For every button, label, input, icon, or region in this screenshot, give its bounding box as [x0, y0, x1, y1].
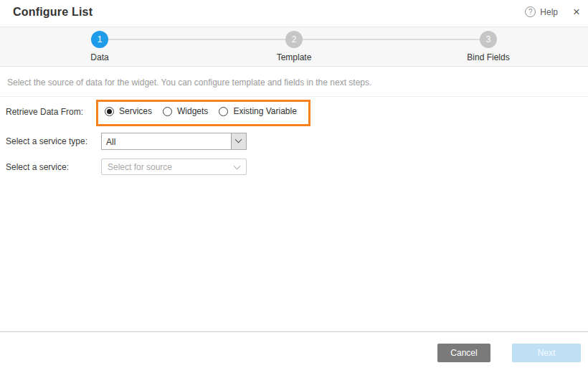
description-text: Select the source of data for the widget…	[7, 77, 371, 88]
dialog-footer: Cancel Next	[0, 331, 588, 373]
help-button[interactable]: ? Help	[525, 6, 558, 17]
radio-widgets-label: Widgets	[177, 106, 208, 116]
step-3-label[interactable]: Bind Fields	[438, 52, 539, 62]
radio-services[interactable]: Services	[105, 106, 152, 116]
page-title: Configure List	[13, 6, 93, 19]
service-combobox[interactable]: Select for source	[101, 159, 247, 175]
radio-unselected-icon	[219, 107, 228, 116]
service-type-select[interactable]: All	[101, 133, 247, 150]
cancel-button[interactable]: Cancel	[437, 344, 490, 362]
service-label: Select a service:	[6, 162, 69, 172]
radio-widgets[interactable]: Widgets	[163, 106, 208, 116]
radio-unselected-icon	[163, 107, 172, 116]
retrieve-data-radio-group: Services Widgets Existing Variable	[105, 106, 297, 116]
dialog-header: Configure List ? Help ×	[0, 0, 588, 27]
step-1-label[interactable]: Data	[49, 52, 150, 62]
service-type-selected-value: All	[106, 137, 115, 147]
select-dropdown-button[interactable]	[231, 133, 246, 149]
question-circle-icon: ?	[525, 6, 536, 17]
help-label: Help	[540, 7, 558, 17]
radio-services-label: Services	[119, 106, 152, 116]
service-type-label: Select a service type:	[6, 136, 87, 146]
step-3-circle[interactable]: 3	[480, 31, 497, 48]
chevron-down-icon	[235, 136, 242, 143]
retrieve-data-from-label: Retrieve Data From:	[6, 107, 83, 117]
step-2-label[interactable]: Template	[244, 52, 344, 62]
radio-existing-variable[interactable]: Existing Variable	[219, 106, 297, 116]
service-placeholder: Select for source	[108, 162, 172, 172]
radio-selected-icon	[105, 107, 114, 116]
step-1-circle[interactable]: 1	[91, 31, 108, 48]
close-icon[interactable]: ×	[573, 4, 580, 20]
chevron-down-icon	[234, 163, 241, 170]
configure-list-dialog: Configure List ? Help × 1 2 3 Data Templ…	[0, 0, 588, 373]
description-row: Select the source of data for the widget…	[0, 67, 588, 97]
step-2-circle[interactable]: 2	[285, 31, 303, 48]
next-button[interactable]: Next	[512, 344, 581, 362]
radio-existing-variable-label: Existing Variable	[233, 106, 297, 116]
wizard-stepper: 1 2 3 Data Template Bind Fields	[0, 27, 588, 67]
